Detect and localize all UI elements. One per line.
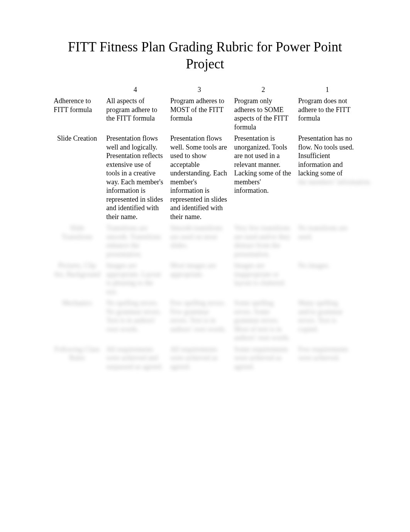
cell-2 [232, 373, 295, 383]
page-title: FITT Fitness Plan Grading Rubric for Pow… [50, 39, 360, 73]
cell-4: Transitions are smooth. Transitions enha… [104, 223, 167, 259]
header-score-2: 2 [232, 85, 295, 95]
table-row: Mechanics No spelling errors. No grammar… [51, 298, 359, 343]
cell-1: Few requirements were achieved. [296, 344, 359, 372]
cell-3: Most images are appropriate. [168, 260, 231, 297]
cell-4: Presentation flows well and logically. P… [104, 133, 167, 222]
cell-2: Images are inappropriate or layout is cl… [232, 260, 295, 297]
cell-3: All requirements were achieved as agreed… [168, 344, 231, 372]
cell-2: Some spelling errors. Some grammar error… [232, 298, 295, 343]
category-cell [51, 373, 103, 383]
table-header-row: 4 3 2 1 [51, 85, 359, 95]
category-cell: Mechanics [51, 298, 103, 343]
cell-1: No images. [296, 260, 359, 297]
header-blank [51, 85, 103, 95]
cell-3: Smooth transitions are used on most slid… [168, 223, 231, 259]
cell-2: Very few transitions are used and/or the… [232, 223, 295, 259]
category-cell: Slide Creation [51, 133, 103, 222]
cell-4: Images are appropriate. Layout is pleasi… [104, 260, 167, 297]
rubric-table: 4 3 2 1 Adherence to FITT formula All as… [50, 83, 360, 384]
cell-3: Few spelling errors. Few grammar errors.… [168, 298, 231, 343]
cell-4 [104, 373, 167, 383]
cell-2: Program only adheres to SOME aspects of … [232, 96, 295, 132]
header-score-1: 1 [296, 85, 359, 95]
category-cell: Pictures, Clip Art, Background [51, 260, 103, 297]
category-cell: Adherence to FITT formula [51, 96, 103, 132]
cell-4: No spelling errors. No grammar errors. T… [104, 298, 167, 343]
cell-3 [168, 373, 231, 383]
cell-2: Some requirements were achieved as agree… [232, 344, 295, 372]
category-cell: Following Class Rules [51, 344, 103, 372]
cell-3: Program adheres to MOST of the FITT form… [168, 96, 231, 132]
cell-1 [296, 373, 359, 383]
cell-1: Many spelling and/or grammar errors. Tex… [296, 298, 359, 343]
table-row: Following Class Rules All requirements w… [51, 344, 359, 372]
cell-1: Program does not adhere to the FITT form… [296, 96, 359, 132]
cell-3: Presentation flows well. Some tools are … [168, 133, 231, 222]
table-row [51, 373, 359, 383]
table-row: Slide Transitions Transitions are smooth… [51, 223, 359, 259]
category-cell: Slide Transitions [51, 223, 103, 259]
cell-1: No transitions are used. [296, 223, 359, 259]
cell-4: All requirements were achieved and surpa… [104, 344, 167, 372]
table-row: Pictures, Clip Art, Background Images ar… [51, 260, 359, 297]
header-score-4: 4 [104, 85, 167, 95]
table-row: Adherence to FITT formula All aspects of… [51, 96, 359, 132]
cell-2: Presentation is unorganized. Tools are n… [232, 133, 295, 222]
table-row: Slide Creation Presentation flows well a… [51, 133, 359, 222]
header-score-3: 3 [168, 85, 231, 95]
cell-1: Presentation has no flow. No tools used.… [296, 133, 359, 222]
cell-4: All aspects of program adhere to the FIT… [104, 96, 167, 132]
